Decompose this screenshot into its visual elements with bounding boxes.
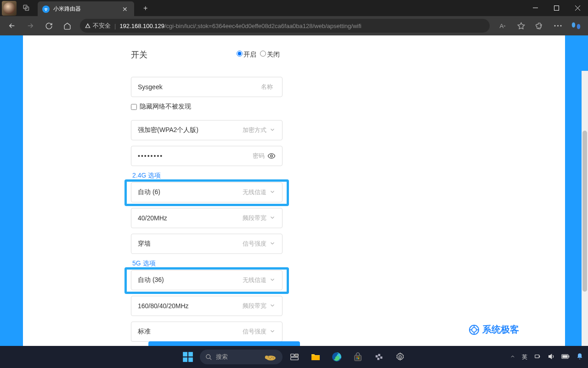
search-icon [205,354,212,361]
battery-icon[interactable] [561,354,570,361]
chevron-down-icon [269,214,276,222]
watermark-icon [469,324,480,335]
minimize-button[interactable] [525,0,546,16]
hide-ssid-checkbox[interactable]: 隐藏网络不被发现 [131,103,411,111]
svg-rect-37 [562,355,567,358]
start-button[interactable] [179,348,197,366]
browser-tab[interactable]: 小米路由器 ✕ [38,1,134,17]
radio-off[interactable]: 关闭 [260,51,280,59]
tab-title: 小米路由器 [53,5,120,13]
svg-point-12 [472,328,476,332]
svg-rect-24 [291,354,294,357]
favorite-icon[interactable] [513,17,529,34]
svg-point-10 [271,155,273,157]
encryption-select[interactable]: 强加密(WPA2个人版) 加密方式 [131,120,283,140]
back-button[interactable] [4,17,20,34]
svg-point-8 [557,25,559,27]
extensions-icon[interactable] [531,17,548,34]
maximize-button[interactable] [546,0,567,16]
svg-rect-35 [535,355,539,357]
new-tab-button[interactable]: + [140,2,151,14]
read-aloud-icon[interactable]: A» [494,17,511,34]
volume-icon[interactable] [548,353,555,362]
password-input[interactable]: •••••••• 密码 [131,146,283,166]
svg-rect-16 [188,357,193,362]
svg-rect-33 [358,358,359,359]
watermark: 系统极客 [469,323,519,336]
chevron-down-icon [269,126,276,134]
svg-rect-26 [291,357,299,360]
home-button[interactable] [59,17,75,34]
ssid-input[interactable]: Sysgeek 名称 [131,77,283,97]
app-icon[interactable] [370,348,388,366]
svg-rect-15 [183,357,187,362]
channel-5g-select[interactable]: 自动 (36) 无线信道 [131,270,283,290]
network-icon[interactable] [534,353,541,361]
copilot-icon[interactable] [568,17,584,34]
tab-close-icon[interactable]: ✕ [120,6,130,13]
explorer-icon[interactable] [306,348,325,366]
insecure-icon: 不安全 [85,22,111,30]
task-view-icon[interactable] [285,348,304,366]
chevron-down-icon [269,302,276,310]
store-icon[interactable] [349,348,367,366]
svg-rect-30 [356,356,357,357]
workspaces-icon[interactable] [19,1,34,16]
close-window-button[interactable] [567,0,588,16]
chevron-down-icon [269,276,276,284]
svg-point-7 [554,25,555,27]
tray-chevron-icon[interactable] [510,354,515,361]
svg-rect-14 [188,352,193,356]
scrollbar[interactable] [582,71,588,346]
svg-point-19 [265,356,269,359]
refresh-button[interactable] [40,17,57,34]
bandwidth-2g-select[interactable]: 40/20MHz 频段带宽 [131,208,283,228]
settings-panel: 开关 开启 关闭 Sysgeek 名称 隐藏网络不被发现 强加密(WPA2个人版… [23,35,565,346]
notification-icon[interactable] [576,353,583,362]
svg-point-17 [206,354,210,358]
chevron-down-icon [269,328,276,336]
radio-on[interactable]: 开启 [237,51,256,59]
bandwidth-5g-select[interactable]: 160/80/40/20MHz 频段带宽 [131,296,283,316]
chevron-down-icon [269,240,276,248]
eye-icon[interactable] [267,152,276,160]
switch-label: 开关 [131,49,237,60]
svg-rect-27 [311,356,320,360]
section-2g-header: 2.4G 选项 [131,172,411,180]
chevron-down-icon [269,189,276,196]
svg-rect-32 [356,358,357,359]
svg-point-9 [560,25,561,27]
svg-rect-31 [358,356,359,357]
submit-button-partial[interactable] [148,341,300,346]
svg-point-21 [271,357,272,358]
svg-point-20 [268,356,269,357]
profile-avatar[interactable] [2,1,17,16]
scroll-thumb[interactable] [582,131,587,292]
svg-rect-38 [569,355,570,357]
svg-rect-13 [183,352,187,356]
signal-5g-select[interactable]: 标准 信号强度 [131,322,283,342]
security-label: 不安全 [93,22,111,30]
ime-indicator[interactable]: 英 [522,353,527,361]
svg-point-2 [46,10,46,11]
signal-2g-select[interactable]: 穿墙 信号强度 [131,234,283,254]
cheetah-icon [263,351,277,362]
section-5g-header: 5G 选项 [131,259,411,268]
svg-point-23 [273,358,274,359]
forward-button [22,17,39,34]
svg-point-22 [270,358,271,359]
svg-rect-4 [554,6,559,11]
url-text: 192.168.100.129/cgi-bin/luci/;stok=6364e… [119,23,361,29]
svg-point-34 [399,356,401,358]
channel-2g-select[interactable]: 自动 (6) 无线信道 [131,182,283,202]
edge-icon[interactable] [328,348,346,366]
search-input[interactable]: 搜索 [200,350,283,364]
svg-rect-29 [355,355,362,361]
svg-rect-25 [295,354,298,357]
wifi-icon [42,6,50,13]
settings-icon[interactable] [391,348,409,366]
address-bar[interactable]: 不安全 | 192.168.100.129/cgi-bin/luci/;stok… [80,19,490,33]
menu-icon[interactable] [549,17,566,34]
